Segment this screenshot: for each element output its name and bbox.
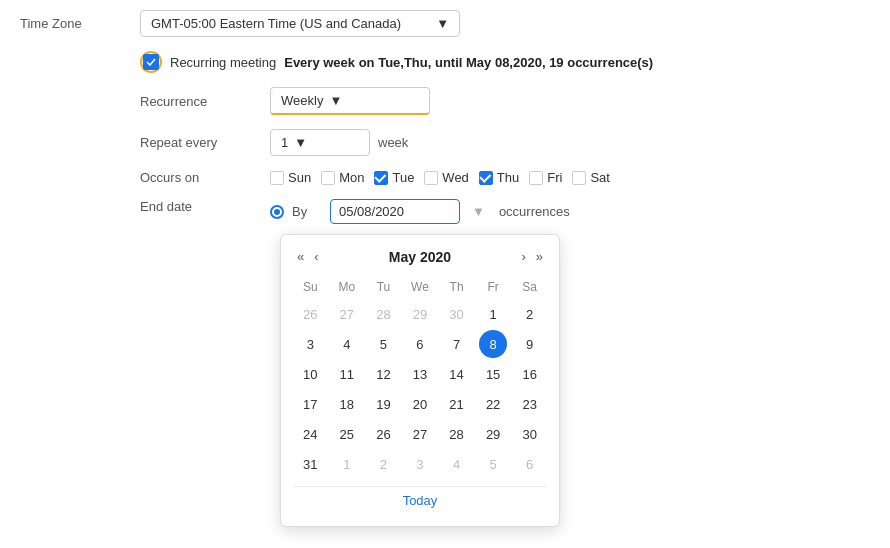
recurring-label: Recurring meeting: [170, 55, 276, 70]
recurring-checkbox[interactable]: [143, 54, 159, 70]
recurrence-label: Recurrence: [140, 94, 270, 109]
cal-day[interactable]: 6: [406, 330, 434, 358]
cal-nav-left[interactable]: « ‹: [293, 247, 323, 266]
cal-day[interactable]: 5: [369, 330, 397, 358]
cal-dow-sa: Sa: [512, 276, 547, 298]
day-item-fri[interactable]: Fri: [529, 170, 562, 185]
cal-day[interactable]: 31: [296, 450, 324, 478]
day-checkbox-fri[interactable]: [529, 171, 543, 185]
day-label-sun: Sun: [288, 170, 311, 185]
cal-day[interactable]: 3: [406, 450, 434, 478]
day-checkbox-sat[interactable]: [572, 171, 586, 185]
cal-day[interactable]: 13: [406, 360, 434, 388]
cal-day[interactable]: 7: [443, 330, 471, 358]
day-label-thu: Thu: [497, 170, 519, 185]
cal-prev-btn[interactable]: ‹: [310, 247, 322, 266]
calendar-popup: « ‹ May 2020 › » SuMoTuWeThFrSa262728293…: [280, 234, 560, 527]
day-label-wed: Wed: [442, 170, 469, 185]
cal-day[interactable]: 4: [443, 450, 471, 478]
cal-day[interactable]: 17: [296, 390, 324, 418]
days-container: SunMonTueWedThuFriSat: [270, 170, 610, 185]
end-date-label: End date: [140, 199, 270, 214]
day-item-thu[interactable]: Thu: [479, 170, 519, 185]
day-item-sat[interactable]: Sat: [572, 170, 610, 185]
cal-day[interactable]: 9: [516, 330, 544, 358]
cal-day[interactable]: 8: [479, 330, 507, 358]
cal-dow-fr: Fr: [476, 276, 511, 298]
repeat-every-select[interactable]: 1 ▼: [270, 129, 370, 156]
cal-day[interactable]: 4: [333, 330, 361, 358]
cal-day[interactable]: 14: [443, 360, 471, 388]
occurrences-label: occurrences: [499, 204, 570, 219]
chevron-down-icon: ▼: [329, 93, 342, 108]
cal-day[interactable]: 1: [479, 300, 507, 328]
cal-day[interactable]: 1: [333, 450, 361, 478]
day-checkbox-sun[interactable]: [270, 171, 284, 185]
cal-day[interactable]: 30: [516, 420, 544, 448]
cal-day[interactable]: 30: [443, 300, 471, 328]
cal-day[interactable]: 11: [333, 360, 361, 388]
occurs-on-label: Occurs on: [140, 170, 270, 185]
cal-day[interactable]: 29: [406, 300, 434, 328]
cal-day[interactable]: 18: [333, 390, 361, 418]
repeat-every-value: 1: [281, 135, 288, 150]
day-label-fri: Fri: [547, 170, 562, 185]
cal-dow-we: We: [403, 276, 438, 298]
cal-day[interactable]: 25: [333, 420, 361, 448]
cal-day[interactable]: 15: [479, 360, 507, 388]
end-date-input[interactable]: 05/08/2020: [330, 199, 460, 224]
cal-day[interactable]: 26: [369, 420, 397, 448]
end-date-by-radio[interactable]: [270, 205, 284, 219]
repeat-every-unit: week: [378, 135, 408, 150]
cal-day[interactable]: 26: [296, 300, 324, 328]
cal-day[interactable]: 3: [296, 330, 324, 358]
chevron-down-icon: ▼: [436, 16, 449, 31]
cal-day[interactable]: 24: [296, 420, 324, 448]
cal-day[interactable]: 16: [516, 360, 544, 388]
cal-day[interactable]: 5: [479, 450, 507, 478]
timezone-select[interactable]: GMT-05:00 Eastern Time (US and Canada) ▼: [140, 10, 460, 37]
day-item-mon[interactable]: Mon: [321, 170, 364, 185]
cal-day[interactable]: 27: [406, 420, 434, 448]
timezone-value: GMT-05:00 Eastern Time (US and Canada): [151, 16, 401, 31]
cal-day[interactable]: 12: [369, 360, 397, 388]
cal-dow-mo: Mo: [330, 276, 365, 298]
day-checkbox-mon[interactable]: [321, 171, 335, 185]
cal-next-next-btn[interactable]: »: [532, 247, 547, 266]
cal-nav-right[interactable]: › »: [517, 247, 547, 266]
cal-day[interactable]: 28: [443, 420, 471, 448]
day-label-tue: Tue: [392, 170, 414, 185]
cal-dow-su: Su: [293, 276, 328, 298]
cal-day[interactable]: 28: [369, 300, 397, 328]
cal-day[interactable]: 2: [369, 450, 397, 478]
cal-day[interactable]: 6: [516, 450, 544, 478]
cal-today-btn[interactable]: Today: [293, 486, 547, 514]
cal-day[interactable]: 23: [516, 390, 544, 418]
cal-day[interactable]: 27: [333, 300, 361, 328]
day-label-mon: Mon: [339, 170, 364, 185]
cal-day[interactable]: 2: [516, 300, 544, 328]
day-item-wed[interactable]: Wed: [424, 170, 469, 185]
cal-day[interactable]: 21: [443, 390, 471, 418]
day-label-sat: Sat: [590, 170, 610, 185]
cal-title: May 2020: [389, 249, 451, 265]
recurring-summary: Every week on Tue,Thu, until May 08,2020…: [284, 55, 653, 70]
timezone-label: Time Zone: [20, 10, 140, 31]
cal-prev-prev-btn[interactable]: «: [293, 247, 308, 266]
day-item-sun[interactable]: Sun: [270, 170, 311, 185]
cal-day[interactable]: 20: [406, 390, 434, 418]
cal-next-btn[interactable]: ›: [517, 247, 529, 266]
cal-day[interactable]: 22: [479, 390, 507, 418]
repeat-every-label: Repeat every: [140, 135, 270, 150]
cal-day[interactable]: 19: [369, 390, 397, 418]
day-checkbox-wed[interactable]: [424, 171, 438, 185]
recurring-checkbox-circle: [140, 51, 162, 73]
day-item-tue[interactable]: Tue: [374, 170, 414, 185]
cal-day[interactable]: 29: [479, 420, 507, 448]
day-checkbox-thu[interactable]: [479, 171, 493, 185]
day-checkbox-tue[interactable]: [374, 171, 388, 185]
cal-day[interactable]: 10: [296, 360, 324, 388]
by-label: By: [292, 204, 322, 219]
recurrence-select[interactable]: Weekly ▼: [270, 87, 430, 115]
cal-dow-th: Th: [439, 276, 474, 298]
